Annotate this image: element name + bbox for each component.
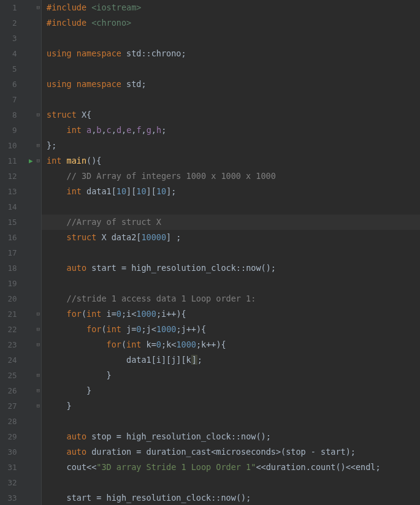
token-punct: :: — [141, 48, 151, 58]
token-kw: auto — [67, 447, 92, 457]
token-num: 0 — [156, 340, 161, 349]
token-punct: (){ — [86, 156, 101, 165]
fold-end-icon[interactable]: ⊡ — [37, 368, 40, 383]
code-line[interactable]: struct X data2[10000] ; — [47, 230, 420, 245]
token-num: 1000 — [156, 324, 177, 334]
token-kw: int — [67, 186, 87, 196]
line-number: 21 — [0, 306, 21, 322]
code-line[interactable]: #include <iostream> — [47, 0, 420, 15]
code-line[interactable]: #include <chrono> — [47, 15, 420, 31]
token-punct: ;k< — [161, 340, 176, 349]
fold-end-icon[interactable]: ⊡ — [37, 398, 40, 414]
code-line[interactable]: //stride 1 access data 1 Loop order 1: — [47, 291, 420, 306]
token-punct — [47, 217, 67, 227]
code-line[interactable]: int data1[10][10][10]; — [47, 184, 420, 199]
token-purple: c — [107, 125, 112, 135]
code-line[interactable]: auto start = high_resolution_clock::now(… — [47, 260, 420, 276]
token-punct: start = high_resolution_clock — [47, 493, 211, 503]
line-number: 30 — [0, 444, 21, 460]
token-punct — [47, 309, 67, 319]
gutter-row: 15 — [0, 215, 41, 230]
code-editor[interactable]: 1⊟2345678⊟910⊡11▶⊟12131415161718192021⊟2… — [0, 0, 420, 505]
code-line[interactable]: struct X{ — [47, 107, 420, 123]
token-ident: now — [221, 493, 235, 503]
line-number: 33 — [0, 490, 21, 505]
code-line[interactable]: // 3D Array of integers 1000 x 1000 x 10… — [47, 169, 420, 184]
code-line[interactable] — [47, 31, 420, 46]
code-line[interactable]: } — [47, 398, 420, 414]
code-line[interactable]: using namespace std::chrono; — [47, 46, 420, 61]
fold-icon[interactable]: ⊟ — [37, 337, 40, 352]
gutter-row: 31 — [0, 460, 41, 475]
code-line[interactable]: } — [47, 383, 420, 398]
line-number: 22 — [0, 322, 21, 337]
gutter-row: 14 — [0, 199, 41, 215]
code-line[interactable]: cout<<"3D array Stride 1 Loop Order 1"<<… — [47, 460, 420, 475]
line-number: 5 — [0, 61, 21, 77]
code-line[interactable]: data1[i][j][k]; — [47, 352, 420, 368]
line-number: 11 — [0, 153, 21, 169]
line-number: 19 — [0, 276, 21, 291]
token-punct: :: — [231, 431, 241, 441]
token-punct: :: — [211, 493, 221, 503]
token-punct: ; — [141, 79, 146, 89]
fold-icon[interactable]: ⊟ — [37, 107, 40, 123]
fold-icon[interactable]: ⊟ — [37, 306, 40, 322]
token-ident: data1 — [86, 186, 112, 196]
fold-icon[interactable]: ⊟ — [37, 322, 40, 337]
token-ident: chrono — [151, 48, 181, 58]
code-line[interactable]: for(int j=0;j<1000;j++){ — [47, 322, 420, 337]
token-num: 0 — [116, 309, 121, 319]
token-ident: j= — [126, 324, 136, 334]
fold-icon[interactable]: ⊟ — [37, 153, 40, 169]
gutter-row: 28 — [0, 414, 41, 429]
fold-icon[interactable]: ⊟ — [37, 0, 40, 15]
token-kw: struct — [47, 110, 82, 120]
code-line[interactable] — [47, 414, 420, 429]
code-line[interactable]: //Array of struct X — [47, 215, 420, 230]
code-line[interactable] — [47, 245, 420, 260]
code-line[interactable]: }; — [47, 138, 420, 153]
gutter-row: 24 — [0, 352, 41, 368]
code-line[interactable]: auto stop = high_resolution_clock::now()… — [47, 429, 420, 444]
gutter-row: 32 — [0, 475, 41, 490]
code-line[interactable] — [47, 61, 420, 77]
code-line[interactable] — [47, 276, 420, 291]
gutter-row: 29 — [0, 429, 41, 444]
gutter-row: 25⊡ — [0, 368, 41, 383]
token-comment: //stride 1 access data 1 Loop order 1: — [67, 294, 256, 303]
code-line[interactable]: for(int i=0;i<1000;i++){ — [47, 306, 420, 322]
code-line[interactable] — [47, 475, 420, 490]
code-line[interactable]: using namespace std; — [47, 77, 420, 92]
code-line[interactable] — [47, 199, 420, 215]
code-line[interactable]: for(int k=0;k<1000;k++){ — [47, 337, 420, 352]
line-number: 10 — [0, 138, 21, 153]
token-punct — [47, 340, 107, 349]
token-kw: using namespace — [47, 48, 126, 58]
code-line[interactable]: } — [47, 368, 420, 383]
token-func: main — [67, 156, 87, 165]
token-ident: X — [82, 110, 86, 120]
code-line[interactable]: int a,b,c,d,e,f,g,h; — [47, 123, 420, 138]
gutter-row: 1⊟ — [0, 0, 41, 15]
code-line[interactable]: start = high_resolution_clock::now(); — [47, 490, 420, 505]
line-number: 12 — [0, 169, 21, 184]
token-punct: (); — [256, 431, 270, 441]
token-ident: now — [241, 431, 256, 441]
code-area[interactable]: #include <iostream>#include <chrono>usin… — [42, 0, 420, 505]
line-number: 7 — [0, 92, 21, 107]
code-line[interactable]: int main(){ — [47, 153, 420, 169]
token-ident: now — [246, 263, 261, 273]
gutter-row: 33 — [0, 490, 41, 505]
token-purple: f — [136, 125, 141, 135]
fold-end-icon[interactable]: ⊡ — [37, 138, 40, 153]
token-punct: , — [142, 125, 147, 135]
code-line[interactable] — [47, 92, 420, 107]
token-punct — [47, 324, 86, 334]
fold-end-icon[interactable]: ⊡ — [37, 383, 40, 398]
code-line[interactable]: auto duration = duration_cast<microsecon… — [47, 444, 420, 460]
line-number: 23 — [0, 337, 21, 352]
token-punct: ][ — [147, 186, 156, 196]
run-icon[interactable]: ▶ — [29, 153, 33, 169]
token-comment: // 3D Array of integers 1000 x 1000 x 10… — [67, 171, 276, 181]
